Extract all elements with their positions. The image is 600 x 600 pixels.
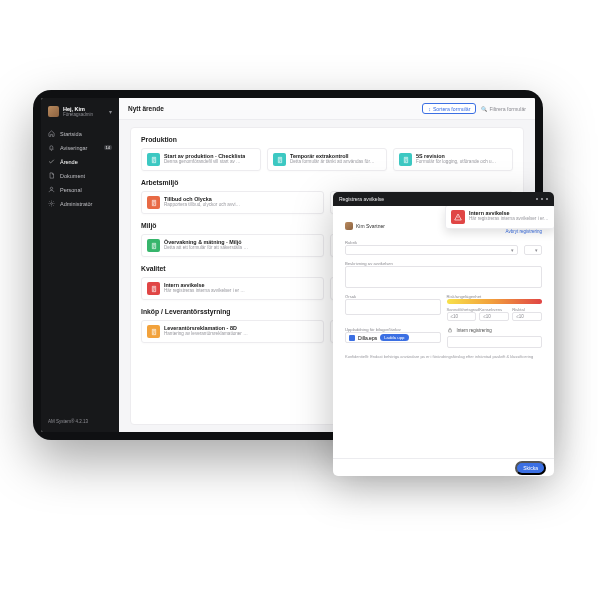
user-menu[interactable]: Hej, Kim Företagsadmin ▾	[41, 106, 119, 123]
nav-admin[interactable]: Administratör	[41, 197, 119, 210]
cause-textarea[interactable]	[345, 299, 441, 315]
page-title: Nytt ärende	[128, 105, 164, 112]
user-icon	[48, 186, 55, 193]
nav-arende[interactable]: Ärende	[41, 155, 119, 168]
nav: Startsida Aviseringar 14 Ärende Dokument	[41, 127, 119, 210]
form-sub: Denna genomförandefil vill start av …	[164, 159, 245, 164]
num-c-output: ≤10	[512, 312, 542, 321]
lock-icon	[447, 327, 453, 334]
nav-label: Personal	[60, 187, 82, 193]
file-name: Dilla.eps	[358, 335, 377, 341]
form-icon	[147, 239, 160, 252]
alert-icon	[451, 210, 465, 224]
form-icon	[147, 153, 160, 166]
form-card[interactable]: Intern avvikelseHär registreras interna …	[141, 277, 324, 300]
document-icon	[48, 172, 55, 179]
more-icon[interactable]	[536, 198, 548, 200]
priority-slider[interactable]	[447, 299, 543, 304]
svg-point-1	[51, 203, 53, 205]
desc-textarea[interactable]	[345, 266, 542, 288]
form-icon	[399, 153, 412, 166]
form-sub: Här registreras interna avvikelser i er …	[164, 288, 245, 293]
home-icon	[48, 130, 55, 137]
form-sub: Detta formulär är tänkt att användas för…	[290, 159, 375, 164]
chevron-down-icon: ▾	[109, 108, 112, 115]
modal-body: Intern avvikelse Här registreras interna…	[333, 206, 554, 458]
form-identity-callout: Intern avvikelse Här registreras interna…	[445, 206, 554, 229]
visibility-label: Intern registrering	[457, 328, 492, 333]
section-title: Arbetsmiljö	[141, 179, 513, 186]
gear-icon	[48, 200, 55, 207]
nav-label: Dokument	[60, 173, 85, 179]
sort-button[interactable]: ↕ Sortera formulär	[422, 103, 476, 114]
sidebar: Hej, Kim Företagsadmin ▾ Startsida Avise…	[41, 98, 119, 432]
form-card[interactable]: Start av produktion - ChecklistaDenna ge…	[141, 148, 261, 171]
filter-label: Filtrera formulär	[489, 106, 526, 112]
num-b-input[interactable]: ≤10	[479, 312, 509, 321]
svg-rect-13	[448, 330, 451, 332]
file-attach[interactable]: Dilla.eps Ladda upp	[345, 332, 441, 343]
check-icon	[48, 158, 55, 165]
nav-aviseringar[interactable]: Aviseringar 14	[41, 141, 119, 154]
form-sub: Formulär för logging, utförande och u…	[416, 159, 496, 164]
confidential-help: Konfidentiellt: Endast behöriga användar…	[345, 354, 542, 359]
section: ProduktionStart av produktion - Checklis…	[141, 136, 513, 171]
form-sub: Rapportera tillbud, olyckor och avvi…	[164, 202, 240, 207]
card-row: Start av produktion - ChecklistaDenna ge…	[141, 148, 513, 171]
filter-input[interactable]: 🔍 Filtrera formulär	[481, 106, 526, 112]
section-title: Produktion	[141, 136, 513, 143]
sort-icon: ↕	[428, 106, 431, 112]
form-card[interactable]: Övervakning & mätning - MiljöDetta att e…	[141, 234, 324, 257]
svg-point-0	[50, 188, 52, 190]
nav-personal[interactable]: Personal	[41, 183, 119, 196]
reporter-name: Kim Svartner	[356, 223, 385, 229]
nav-label: Aviseringar	[60, 145, 87, 151]
app-version: AM System® 4.2.13	[41, 415, 119, 428]
sort-label: Sortera formulär	[433, 106, 470, 112]
search-icon: 🔍	[481, 106, 487, 112]
nav-label: Ärende	[60, 159, 78, 165]
form-card[interactable]: 5S revisionFormulär för logging, utföran…	[393, 148, 513, 171]
visibility-row[interactable]: Intern registrering	[447, 327, 543, 334]
rubrik-extra[interactable]: ▾	[524, 245, 542, 255]
form-icon	[147, 325, 160, 338]
num-a-label: Sannolikhetsgrad	[447, 307, 477, 312]
register-modal: Registrera avvikelse Intern avvikelse Hä…	[333, 192, 554, 476]
form-icon	[147, 196, 160, 209]
nav-label: Startsida	[60, 131, 82, 137]
form-card[interactable]: Leverantörsreklamation - 8DHantering av …	[141, 320, 324, 343]
file-icon	[349, 335, 355, 341]
form-card[interactable]: Tillbud och OlyckaRapportera tillbud, ol…	[141, 191, 324, 214]
form-sub: Detta att ett formulär för att säkerstäl…	[164, 245, 248, 250]
form-icon	[273, 153, 286, 166]
cancel-link[interactable]: Avbryt registrering	[506, 229, 542, 234]
callout-sub: Här registreras interna avvikelser i er …	[469, 216, 549, 221]
nav-dokument[interactable]: Dokument	[41, 169, 119, 182]
topbar: Nytt ärende ↕ Sortera formulär 🔍 Filtrer…	[119, 98, 535, 120]
visibility-select[interactable]	[447, 336, 543, 348]
nav-label: Administratör	[60, 201, 92, 207]
bell-icon	[48, 144, 55, 151]
form-card[interactable]: Temporär extrakontrollDetta formulär är …	[267, 148, 387, 171]
avatar	[345, 222, 353, 230]
rubrik-select[interactable]: ▾	[345, 245, 518, 255]
upload-button[interactable]: Ladda upp	[380, 334, 408, 341]
modal-titlebar: Registrera avvikelse	[333, 192, 554, 206]
avatar	[48, 106, 59, 117]
form-sub: Hantering av leverantörsreklamationer …	[164, 331, 248, 336]
nav-startsida[interactable]: Startsida	[41, 127, 119, 140]
send-button[interactable]: Skicka	[515, 461, 546, 475]
modal-title: Registrera avvikelse	[339, 196, 384, 202]
modal-footer: Skicka	[333, 458, 554, 476]
form-icon	[147, 282, 160, 295]
num-a-input[interactable]: ≤10	[447, 312, 477, 321]
user-role: Företagsadmin	[63, 112, 93, 117]
nav-badge: 14	[104, 145, 112, 150]
